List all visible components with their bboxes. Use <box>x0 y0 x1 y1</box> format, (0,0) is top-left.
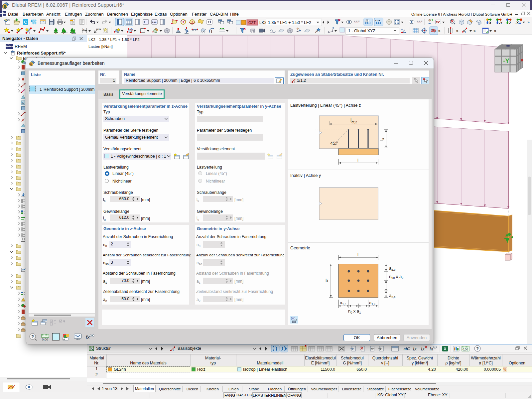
svg-text:LK2: LK2 <box>259 20 267 25</box>
svg-text:x,x,x: x,x,x <box>354 20 360 23</box>
svg-text:a2,c: a2,c <box>389 293 396 299</box>
svg-text:a1,c: a1,c <box>340 300 346 306</box>
svg-text:»: » <box>456 29 459 33</box>
svg-text:0,00: 0,00 <box>42 337 48 341</box>
svg-text:6: 6 <box>4 4 6 9</box>
svg-text:x.xx: x.xx <box>375 19 380 22</box>
svg-text:C: C <box>24 20 27 25</box>
svg-text:1 - Global XYZ: 1 - Global XYZ <box>348 29 375 33</box>
svg-text:ls: ls <box>379 138 385 141</box>
svg-text:1.35 * LF1 + 1.50 * LF2: 1.35 * LF1 + 1.50 * LF2 <box>268 20 311 25</box>
svg-text:0,00: 0,00 <box>463 348 468 351</box>
svg-text:I: I <box>465 31 466 34</box>
svg-text:C: C <box>22 101 24 104</box>
svg-text:±1: ±1 <box>207 20 211 24</box>
svg-text:?: ? <box>476 346 479 351</box>
svg-text:A: A <box>63 338 65 341</box>
svg-text:-Y: -Y <box>503 57 509 64</box>
svg-text:Z: Z <box>509 21 511 25</box>
svg-text:»: » <box>527 20 530 25</box>
svg-text:fx: fx <box>421 346 425 351</box>
svg-text:>_: >_ <box>144 20 147 24</box>
svg-text:ab: ab <box>404 347 408 351</box>
svg-text:b: b <box>326 278 328 283</box>
svg-text:45°: 45° <box>330 141 337 146</box>
svg-text:a1,c: a1,c <box>369 300 376 306</box>
svg-text:I: I <box>173 349 174 351</box>
svg-text:I: I <box>294 81 295 83</box>
svg-text:GZT: GZT <box>248 21 256 25</box>
svg-text:I: I <box>211 30 212 34</box>
svg-text:n0 x a1: n0 x a1 <box>348 309 361 314</box>
svg-text:6: 6 <box>30 63 32 66</box>
svg-text:?: ? <box>31 334 34 339</box>
svg-text:fx: fx <box>430 346 434 351</box>
svg-text:-Y: -Y <box>499 21 502 25</box>
svg-text:x,x,x: x,x,x <box>417 20 423 23</box>
svg-text:»: » <box>473 29 476 33</box>
svg-text:a2,c: a2,c <box>389 266 396 271</box>
svg-text:n90 x a2: n90 x a2 <box>389 274 403 280</box>
svg-text:X: X <box>444 347 447 351</box>
svg-text:x: x <box>83 28 85 31</box>
svg-text:x,xx: x,xx <box>96 28 101 31</box>
svg-text:X: X <box>489 21 491 25</box>
svg-text:l: l <box>357 158 358 163</box>
svg-text:l: l <box>357 252 358 257</box>
svg-text:>sc: >sc <box>152 21 157 24</box>
svg-text:fx: fx <box>413 346 417 351</box>
svg-text:I: I <box>29 31 30 34</box>
svg-text:fx: fx <box>86 334 90 340</box>
svg-text:»: » <box>438 29 441 33</box>
svg-text:»: » <box>494 29 496 33</box>
svg-text:-X: -X <box>515 21 519 25</box>
